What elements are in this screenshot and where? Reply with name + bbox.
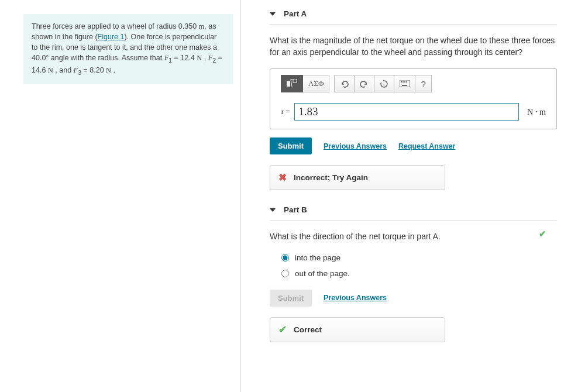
- part-a-question: What is the magnitude of the net torque …: [270, 35, 557, 58]
- previous-answers-link-a[interactable]: Previous Answers: [324, 142, 387, 150]
- radio-out[interactable]: [281, 270, 289, 277]
- radio-group: into the page out of the page.: [270, 253, 557, 278]
- figure-link[interactable]: Figure 1: [98, 33, 125, 41]
- radio-label: into the page: [295, 253, 340, 262]
- template-tool[interactable]: [281, 75, 303, 92]
- answer-symbol: τ =: [281, 107, 290, 116]
- feedback-box-a: ✖ Incorrect; Try Again: [270, 165, 445, 190]
- answer-input-panel: ΑΣΦ ? τ = N ⋅ m: [270, 68, 557, 129]
- svg-rect-1: [293, 79, 297, 82]
- svg-rect-7: [402, 85, 407, 86]
- chevron-down-icon: [270, 12, 276, 16]
- part-b-title: Part B: [284, 205, 307, 214]
- help-tool[interactable]: ?: [415, 75, 431, 92]
- x-icon: ✖: [278, 171, 287, 184]
- svg-rect-2: [400, 80, 410, 87]
- problem-panel: Three forces are applied to a wheel of r…: [0, 0, 240, 392]
- equation-toolbar: ΑΣΦ ?: [270, 69, 556, 98]
- svg-rect-5: [404, 81, 405, 82]
- submit-button-b: Submit: [270, 290, 312, 307]
- svg-rect-6: [406, 81, 407, 82]
- part-b-header[interactable]: Part B: [270, 205, 557, 221]
- radio-option-out[interactable]: out of the page.: [281, 269, 557, 278]
- feedback-text-a: Incorrect; Try Again: [294, 173, 368, 182]
- part-a-title: Part A: [284, 9, 307, 18]
- check-icon: ✔: [539, 229, 546, 239]
- answer-unit: N ⋅ m: [527, 107, 546, 117]
- answer-panel: Part A What is the magnitude of the net …: [240, 0, 571, 392]
- answer-input[interactable]: [294, 103, 519, 121]
- reset-tool[interactable]: [374, 75, 394, 92]
- feedback-text-b: Correct: [294, 325, 322, 334]
- svg-rect-3: [401, 81, 402, 82]
- svg-rect-0: [287, 81, 290, 87]
- keyboard-tool[interactable]: [394, 75, 415, 92]
- svg-rect-4: [403, 81, 404, 82]
- part-a-header[interactable]: Part A: [270, 9, 557, 25]
- radio-into[interactable]: [281, 254, 289, 262]
- chevron-down-icon: [270, 208, 276, 212]
- previous-answers-link-b[interactable]: Previous Answers: [324, 294, 387, 302]
- request-answer-link[interactable]: Request Answer: [398, 142, 455, 150]
- radio-option-into[interactable]: into the page: [281, 253, 557, 262]
- problem-statement: Three forces are applied to a wheel of r…: [23, 14, 233, 84]
- feedback-box-b: ✔ Correct: [270, 317, 445, 342]
- redo-tool[interactable]: [355, 75, 374, 92]
- radio-label: out of the page.: [295, 269, 350, 278]
- part-b-question: What is the direction of the net torque …: [270, 231, 557, 243]
- submit-button-a[interactable]: Submit: [270, 137, 312, 154]
- check-icon: ✔: [278, 324, 287, 336]
- undo-tool[interactable]: [334, 75, 355, 92]
- greek-tool[interactable]: ΑΣΦ: [303, 75, 329, 92]
